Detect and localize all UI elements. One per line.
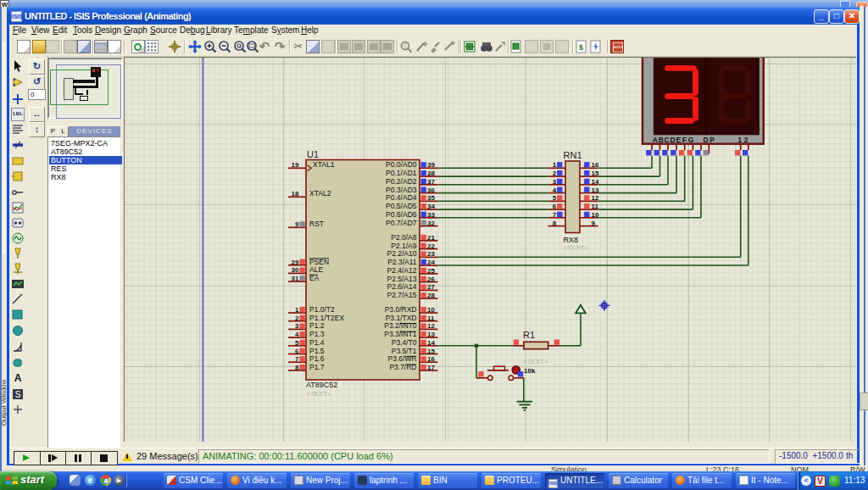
svg-text:24: 24 xyxy=(427,259,435,266)
svg-text:P1.2: P1.2 xyxy=(309,321,325,330)
svg-text:U1: U1 xyxy=(307,149,319,159)
svg-text:34: 34 xyxy=(427,203,435,210)
svg-text:P3.3/INT1: P3.3/INT1 xyxy=(384,330,417,338)
svg-text:D: D xyxy=(703,136,708,144)
svg-text:39: 39 xyxy=(427,161,435,169)
svg-text:P3.5/T1: P3.5/T1 xyxy=(392,347,417,355)
svg-text:1: 1 xyxy=(295,306,299,314)
svg-text:1: 1 xyxy=(553,161,557,169)
svg-text:9: 9 xyxy=(295,220,299,228)
svg-text:7: 7 xyxy=(553,211,557,219)
svg-text:4: 4 xyxy=(295,331,299,338)
svg-text:18: 18 xyxy=(292,190,299,198)
svg-text:B: B xyxy=(659,136,664,144)
svg-text:P3.1/TXD: P3.1/TXD xyxy=(386,314,417,322)
svg-text:$: $ xyxy=(579,43,583,52)
svg-text:RST: RST xyxy=(309,220,324,228)
svg-text:35: 35 xyxy=(427,194,435,202)
svg-text:22: 22 xyxy=(427,242,435,250)
svg-text:36: 36 xyxy=(427,187,435,194)
svg-text:5: 5 xyxy=(553,194,557,202)
svg-text:D: D xyxy=(670,136,675,144)
svg-text:6: 6 xyxy=(295,348,299,355)
svg-text:4: 4 xyxy=(553,187,557,194)
svg-text:<TEXT>: <TEXT> xyxy=(523,358,548,365)
svg-text:P0.4/AD4: P0.4/AD4 xyxy=(386,193,417,202)
svg-text:XTAL2: XTAL2 xyxy=(309,189,331,198)
svg-text:F: F xyxy=(682,136,687,144)
svg-text:3: 3 xyxy=(553,178,557,186)
svg-text:6: 6 xyxy=(553,203,557,210)
svg-text:28: 28 xyxy=(427,292,435,299)
svg-text:15: 15 xyxy=(427,348,435,355)
svg-text:P0.0/AD0: P0.0/AD0 xyxy=(386,160,417,169)
svg-text:P2.7/A15: P2.7/A15 xyxy=(387,291,417,299)
svg-text:1: 1 xyxy=(737,136,742,144)
svg-text:P3.4/T0: P3.4/T0 xyxy=(392,338,417,347)
svg-text:P2.4/A12: P2.4/A12 xyxy=(387,266,417,275)
svg-text:5: 5 xyxy=(295,339,299,347)
svg-text:25: 25 xyxy=(427,267,435,275)
svg-text:R1: R1 xyxy=(523,330,535,340)
svg-text:30: 30 xyxy=(292,266,299,274)
svg-text:38: 38 xyxy=(427,170,435,177)
svg-text:P2.5/A13: P2.5/A13 xyxy=(387,275,417,283)
svg-text:A: A xyxy=(653,136,658,144)
svg-text:P0.2/AD2: P0.2/AD2 xyxy=(386,177,417,186)
svg-text:P0.6/AD6: P0.6/AD6 xyxy=(386,210,417,219)
svg-text:XTAL1: XTAL1 xyxy=(313,160,335,169)
svg-text:16: 16 xyxy=(427,355,435,363)
svg-text:8: 8 xyxy=(295,364,299,371)
svg-text:19: 19 xyxy=(292,161,299,169)
svg-text:S: S xyxy=(15,390,21,399)
svg-text:P1.7: P1.7 xyxy=(309,363,325,371)
svg-text:P1.6: P1.6 xyxy=(309,354,325,363)
svg-text:P2.6/A14: P2.6/A14 xyxy=(387,282,417,291)
svg-text:<TEXT>: <TEXT> xyxy=(564,244,589,252)
svg-text:33: 33 xyxy=(427,211,435,219)
svg-text:P2.0/A8: P2.0/A8 xyxy=(391,233,417,242)
svg-text:11: 11 xyxy=(427,315,435,322)
svg-text:P0.5/AD5: P0.5/AD5 xyxy=(386,202,417,210)
svg-text:23: 23 xyxy=(427,250,435,258)
svg-text:27: 27 xyxy=(427,283,435,291)
svg-text:P1.0/T2: P1.0/T2 xyxy=(309,305,335,314)
svg-text:10: 10 xyxy=(427,306,435,314)
svg-text:P0.3/AD3: P0.3/AD3 xyxy=(386,186,417,194)
svg-text:P1.1/T2EX: P1.1/T2EX xyxy=(309,314,344,322)
svg-text:P1.4: P1.4 xyxy=(309,338,325,347)
svg-text:2: 2 xyxy=(744,136,748,144)
svg-text:P3.6/WR: P3.6/WR xyxy=(387,354,416,363)
svg-text:2: 2 xyxy=(553,170,557,177)
svg-text:P0.7/AD7: P0.7/AD7 xyxy=(386,219,417,227)
svg-text:G: G xyxy=(688,136,694,144)
svg-text:32: 32 xyxy=(427,220,435,227)
svg-text:P: P xyxy=(709,136,715,144)
svg-text:31: 31 xyxy=(292,275,299,282)
svg-text:21: 21 xyxy=(427,234,435,242)
svg-text:P1.5: P1.5 xyxy=(309,347,325,355)
svg-text:<TEXT>: <TEXT> xyxy=(306,390,331,398)
svg-text:P2.3/A11: P2.3/A11 xyxy=(387,258,417,266)
svg-text:11: 11 xyxy=(592,203,599,210)
svg-text:7: 7 xyxy=(295,355,299,363)
svg-text:9: 9 xyxy=(592,220,596,227)
svg-text:P2.2/A10: P2.2/A10 xyxy=(387,249,417,258)
svg-text:2: 2 xyxy=(295,315,299,322)
svg-text:E: E xyxy=(676,136,682,144)
svg-text:13: 13 xyxy=(427,331,435,338)
svg-text:P3.0/RXD: P3.0/RXD xyxy=(385,305,417,314)
svg-text:37: 37 xyxy=(427,178,435,186)
svg-text:RX8: RX8 xyxy=(564,236,579,244)
svg-text:14: 14 xyxy=(427,339,435,347)
svg-text:ALE: ALE xyxy=(309,265,323,274)
svg-text:8: 8 xyxy=(553,220,557,227)
svg-text:12: 12 xyxy=(427,322,435,330)
svg-text:AT89C52: AT89C52 xyxy=(306,381,337,389)
svg-text:P3.2/INT0: P3.2/INT0 xyxy=(384,321,417,330)
svg-text:26: 26 xyxy=(427,276,435,283)
svg-text:P2.1/A9: P2.1/A9 xyxy=(391,242,417,250)
svg-text:P0.1/AD1: P0.1/AD1 xyxy=(386,169,417,177)
svg-text:RN1: RN1 xyxy=(564,150,582,160)
svg-text:3: 3 xyxy=(295,322,299,330)
